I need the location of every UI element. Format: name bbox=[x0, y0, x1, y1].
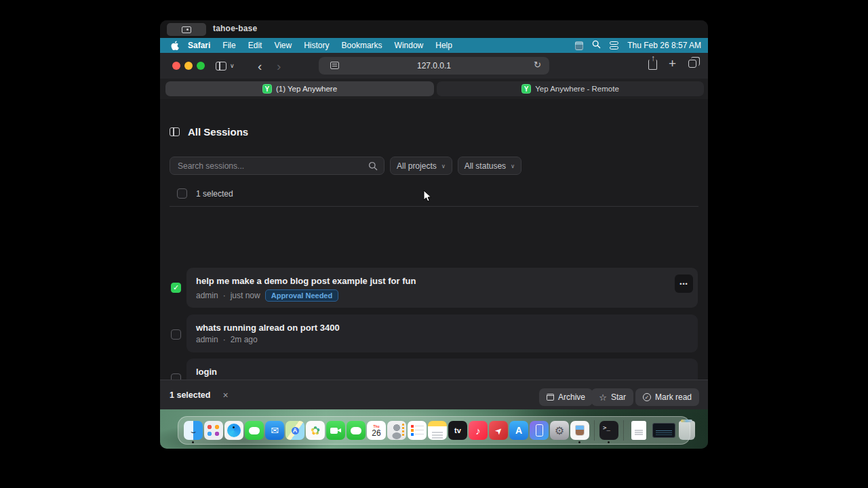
dock-phone-icon[interactable] bbox=[347, 421, 366, 440]
back-button[interactable]: ‹ bbox=[258, 58, 262, 74]
menu-file[interactable]: File bbox=[216, 41, 241, 50]
dock-iphone-mirroring-icon[interactable] bbox=[530, 421, 549, 440]
star-button[interactable]: ☆ Star bbox=[591, 388, 633, 406]
dock-settings-icon[interactable] bbox=[550, 421, 569, 440]
session-title: login bbox=[196, 367, 217, 377]
display-icon bbox=[182, 26, 191, 33]
tab-overview-icon[interactable] bbox=[688, 60, 696, 68]
dock-calendar-icon[interactable] bbox=[367, 421, 386, 440]
tab-yep-anywhere[interactable]: Y (1) Yep Anywhere bbox=[165, 81, 434, 96]
menubar-app-icon[interactable] bbox=[575, 41, 583, 50]
menu-bookmarks[interactable]: Bookmarks bbox=[336, 41, 389, 50]
refresh-icon[interactable]: ↻ bbox=[534, 60, 541, 70]
filter-label: All statuses bbox=[465, 161, 506, 171]
safari-tab-strip: Y (1) Yep Anywhere Y Yep Anywhere - Remo… bbox=[160, 79, 708, 99]
search-input[interactable] bbox=[170, 157, 384, 174]
tab-favicon: Y bbox=[262, 84, 272, 94]
url-text: 127.0.0.1 bbox=[417, 61, 451, 70]
select-all-checkbox[interactable] bbox=[177, 188, 187, 199]
dock-launchpad-icon[interactable] bbox=[204, 421, 223, 440]
dock-messages-icon[interactable] bbox=[245, 421, 264, 440]
page-content: All Sessions All projects ∨ All statuses… bbox=[160, 99, 708, 380]
button-label: Star bbox=[611, 392, 626, 402]
menu-view[interactable]: View bbox=[268, 41, 298, 50]
close-window-button[interactable] bbox=[172, 62, 180, 70]
tab-yep-anywhere-remote[interactable]: Y Yep Anywhere - Remote bbox=[437, 81, 704, 96]
dock-mail-icon[interactable] bbox=[265, 421, 284, 440]
dock-facetime-icon[interactable] bbox=[326, 421, 345, 440]
reader-icon[interactable] bbox=[330, 62, 339, 69]
dock bbox=[178, 416, 690, 445]
dock-photos-icon[interactable] bbox=[306, 421, 325, 440]
dock-trash-icon[interactable] bbox=[679, 421, 695, 440]
screen-share-tab[interactable] bbox=[167, 23, 206, 36]
dock-contacts-icon[interactable] bbox=[387, 421, 406, 440]
session-checkbox[interactable]: ✓ bbox=[171, 283, 181, 293]
dock-document-icon[interactable] bbox=[631, 421, 646, 440]
filter-all-statuses[interactable]: All statuses ∨ bbox=[458, 157, 521, 175]
dock-notes-icon[interactable] bbox=[428, 421, 447, 440]
dock-appstore-icon[interactable] bbox=[509, 421, 528, 440]
filter-label: All projects bbox=[397, 161, 437, 171]
menu-safari[interactable]: Safari bbox=[182, 41, 216, 50]
filter-all-projects[interactable]: All projects ∨ bbox=[390, 157, 452, 175]
sidebar-icon bbox=[216, 62, 226, 70]
session-title: help me make a demo blog post example ju… bbox=[196, 276, 416, 286]
selected-count-label: 1 selected bbox=[196, 189, 233, 199]
menu-help[interactable]: Help bbox=[429, 41, 458, 50]
dock-music-icon[interactable] bbox=[469, 421, 488, 440]
control-center-icon[interactable] bbox=[610, 41, 618, 49]
session-checkbox[interactable] bbox=[171, 329, 181, 340]
menu-edit[interactable]: Edit bbox=[242, 41, 269, 50]
screen-share-titlebar: tahoe-base bbox=[160, 20, 708, 38]
session-author: admin bbox=[196, 291, 218, 300]
dock-terminal-icon[interactable] bbox=[599, 421, 618, 440]
search-icon[interactable] bbox=[368, 161, 378, 174]
sidebar-panel-icon[interactable] bbox=[170, 127, 180, 136]
menubar-clock[interactable]: Thu Feb 26 8:57 AM bbox=[627, 41, 701, 50]
apple-menu-icon[interactable] bbox=[171, 41, 179, 50]
vm-window-title: tahoe-base bbox=[213, 24, 257, 33]
dock-appletv-icon[interactable] bbox=[448, 421, 467, 440]
dock-finder-icon[interactable] bbox=[184, 421, 203, 440]
dock-games-icon[interactable] bbox=[489, 421, 508, 440]
session-row[interactable]: whats running alread on port 3400 admin … bbox=[186, 314, 698, 352]
dock-reminders-icon[interactable] bbox=[408, 421, 427, 440]
mouse-cursor bbox=[422, 190, 433, 206]
address-bar[interactable]: 127.0.0.1 ↻ bbox=[319, 57, 549, 75]
archive-icon bbox=[547, 394, 554, 401]
menu-history[interactable]: History bbox=[298, 41, 335, 50]
session-title: whats running alread on port 3400 bbox=[196, 323, 340, 333]
meta-separator: · bbox=[223, 335, 226, 344]
menu-window[interactable]: Window bbox=[389, 41, 430, 50]
dock-window-thumbnail[interactable] bbox=[652, 423, 675, 438]
chevron-down-icon: ∨ bbox=[441, 163, 446, 169]
session-row[interactable]: help me make a demo blog post example ju… bbox=[186, 268, 698, 308]
minimize-window-button[interactable] bbox=[184, 62, 193, 70]
dock-separator bbox=[623, 420, 624, 441]
dock-glass-app-icon[interactable] bbox=[570, 421, 589, 440]
dock-safari-icon[interactable] bbox=[224, 421, 243, 440]
button-label: Archive bbox=[558, 392, 585, 402]
forward-button[interactable]: › bbox=[277, 58, 281, 74]
share-icon[interactable] bbox=[648, 60, 657, 70]
selection-action-bar: 1 selected × Archive ☆ Star ✓ Mark read bbox=[160, 380, 708, 409]
page-title: All Sessions bbox=[188, 126, 248, 138]
spotlight-icon[interactable] bbox=[592, 40, 601, 51]
tab-favicon: Y bbox=[521, 84, 531, 94]
divider bbox=[170, 206, 698, 207]
search-box bbox=[170, 157, 384, 175]
zoom-window-button[interactable] bbox=[197, 62, 205, 70]
safari-toolbar: ∨ ‹ › 127.0.0.1 ↻ + bbox=[160, 53, 708, 79]
new-tab-button[interactable]: + bbox=[669, 56, 676, 71]
chevron-down-icon: ∨ bbox=[511, 163, 515, 169]
close-icon[interactable]: × bbox=[222, 390, 228, 401]
session-author: admin bbox=[196, 335, 218, 344]
session-time: just now bbox=[231, 291, 260, 300]
meta-separator: · bbox=[223, 291, 226, 300]
archive-button[interactable]: Archive bbox=[539, 388, 593, 406]
dock-maps-icon[interactable] bbox=[285, 421, 304, 440]
more-options-button[interactable]: ••• bbox=[675, 274, 693, 293]
sidebar-toggle-button[interactable]: ∨ bbox=[216, 58, 235, 74]
mark-read-button[interactable]: ✓ Mark read bbox=[635, 388, 699, 406]
